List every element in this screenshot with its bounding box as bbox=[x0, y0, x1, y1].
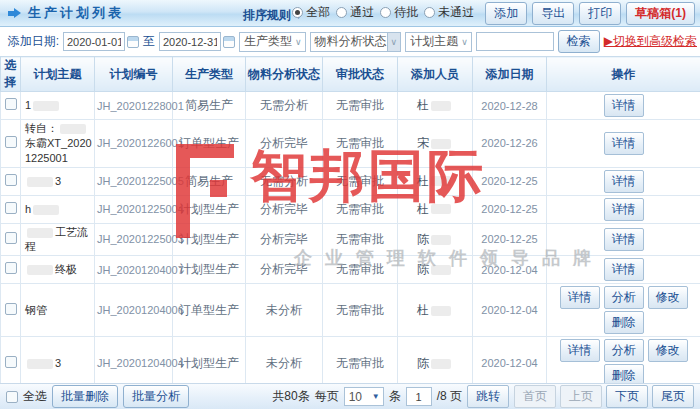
plan-number-cell: JH_20201225005 bbox=[95, 167, 173, 195]
next-page-button[interactable]: 下页 bbox=[606, 385, 648, 408]
row-checkbox[interactable] bbox=[5, 262, 17, 274]
material-status-cell: 未分析 bbox=[246, 284, 323, 337]
page-nav-buttons: 首页上页下页尾页 bbox=[514, 385, 694, 408]
detail-button[interactable]: 详情 bbox=[604, 228, 644, 251]
row-checkbox[interactable] bbox=[5, 356, 17, 368]
detail-button[interactable]: 详情 bbox=[604, 170, 644, 193]
footer-bar: 全选 批量删除批量分析 共80条 每页 10 ▼ 条 /8 页 跳转 首页上页下… bbox=[0, 383, 700, 409]
detail-button[interactable]: 详情 bbox=[560, 339, 600, 362]
date-to-input[interactable] bbox=[159, 32, 221, 51]
detail-button[interactable]: 详情 bbox=[604, 94, 644, 117]
draft-box-button[interactable]: 草稿箱(1) bbox=[626, 2, 695, 25]
add-button[interactable]: 添加 bbox=[485, 2, 527, 25]
actions-cell: 详情 bbox=[547, 195, 700, 223]
radio-approved[interactable]: 通过 bbox=[336, 4, 374, 21]
delete-button[interactable]: 删除 bbox=[604, 311, 644, 334]
column-header: 选择 bbox=[1, 57, 21, 92]
plan-subject-cell: 1 bbox=[21, 92, 95, 120]
plan-number-cell: JH_20201225003 bbox=[95, 223, 173, 256]
radio-rejected[interactable]: 未通过 bbox=[424, 4, 474, 21]
column-header: 计划主题 bbox=[21, 57, 95, 92]
row-checkbox[interactable] bbox=[5, 174, 17, 186]
actions-cell: 详情 bbox=[547, 223, 700, 256]
jump-button[interactable]: 跳转 bbox=[467, 385, 509, 408]
detail-button[interactable]: 详情 bbox=[604, 258, 644, 281]
row-checkbox[interactable] bbox=[5, 136, 17, 148]
approval-status-cell: 无需审批 bbox=[323, 167, 398, 195]
production-type-select[interactable]: 生产类型∨ bbox=[239, 32, 306, 52]
column-header: 操作 bbox=[547, 57, 700, 92]
redacted-text bbox=[431, 359, 451, 369]
plan-subject-select[interactable]: 计划主题∨ bbox=[405, 32, 472, 52]
material-status-cell: 分析完毕 bbox=[246, 256, 323, 284]
redacted-text bbox=[33, 101, 59, 111]
analyze-button[interactable]: 分析 bbox=[604, 286, 644, 309]
table-row: 3JH_20201225005简易生产无需分析无需审批杜2020-12-25详情 bbox=[1, 167, 700, 195]
redacted-text bbox=[33, 205, 59, 215]
top-buttons: 添加导出打印 bbox=[485, 2, 621, 25]
arrow-right-icon bbox=[8, 8, 21, 18]
plan-number-cell: JH_20201204007 bbox=[95, 256, 173, 284]
per-page-select[interactable]: 10 ▼ bbox=[344, 387, 384, 406]
table-row: 1JH_20201228001简易生产无需分析无需审批杜2020-12-28详情 bbox=[1, 92, 700, 120]
plan-subject-cell: 工艺流程 bbox=[21, 223, 95, 256]
row-checkbox[interactable] bbox=[5, 232, 17, 244]
radio-pending[interactable]: 待批 bbox=[380, 4, 418, 21]
select-cell bbox=[1, 337, 21, 390]
page-total-text: /8 页 bbox=[437, 388, 462, 405]
detail-button[interactable]: 详情 bbox=[560, 286, 600, 309]
prev-page-button[interactable]: 上页 bbox=[560, 385, 602, 408]
material-status-cell: 无需分析 bbox=[246, 167, 323, 195]
date-from-input[interactable] bbox=[63, 32, 125, 51]
plan-subject-cell: 3 bbox=[21, 337, 95, 390]
page-number-input[interactable] bbox=[406, 387, 432, 406]
actions-cell: 详情 bbox=[547, 256, 700, 284]
select-all-checkbox[interactable] bbox=[6, 391, 18, 403]
sort-rules-label: 排序规则 bbox=[243, 8, 291, 22]
batch-delete-button[interactable]: 批量删除 bbox=[52, 385, 118, 408]
modify-button[interactable]: 修改 bbox=[648, 286, 688, 309]
material-analysis-status-select[interactable]: 物料分析状态∨ bbox=[310, 32, 402, 52]
filter-selects: 生产类型∨物料分析状态∨计划主题∨ bbox=[239, 32, 472, 52]
calendar-icon[interactable] bbox=[223, 36, 235, 48]
redacted-text bbox=[431, 306, 451, 316]
plan-number-cell: JH_20201204004 bbox=[95, 337, 173, 390]
select-cell bbox=[1, 223, 21, 256]
redacted-text bbox=[431, 204, 451, 214]
first-page-button[interactable]: 首页 bbox=[514, 385, 556, 408]
calendar-icon[interactable] bbox=[127, 36, 139, 48]
redacted-text bbox=[60, 124, 86, 134]
print-button[interactable]: 打印 bbox=[579, 2, 621, 25]
batch-analyze-button[interactable]: 批量分析 bbox=[123, 385, 189, 408]
select-cell bbox=[1, 284, 21, 337]
row-checkbox[interactable] bbox=[5, 303, 17, 315]
table-row: 3JH_20201204004计划型生产未分析无需审批陈2020-12-04详情… bbox=[1, 337, 700, 390]
modify-button[interactable]: 修改 bbox=[648, 339, 688, 362]
row-checkbox[interactable] bbox=[5, 202, 17, 214]
approval-status-cell: 无需审批 bbox=[323, 92, 398, 120]
advanced-search-link[interactable]: ▶切换到高级检索 bbox=[604, 33, 697, 50]
radio-label: 未通过 bbox=[438, 4, 474, 21]
status-radio-group: 全部通过待批未通过 bbox=[292, 4, 480, 22]
added-person-cell: 陈 bbox=[398, 337, 473, 390]
material-status-cell: 分析完毕 bbox=[246, 120, 323, 168]
analyze-button[interactable]: 分析 bbox=[604, 339, 644, 362]
redacted-text bbox=[431, 235, 451, 245]
material-status-cell: 无需分析 bbox=[246, 92, 323, 120]
chevron-down-icon: ∨ bbox=[292, 33, 305, 51]
radio-icon bbox=[336, 7, 347, 18]
per-page-unit: 条 bbox=[389, 388, 401, 405]
last-page-button[interactable]: 尾页 bbox=[652, 385, 694, 408]
detail-button[interactable]: 详情 bbox=[604, 132, 644, 155]
chevron-down-icon: ▼ bbox=[369, 388, 383, 405]
redacted-text bbox=[27, 177, 53, 187]
row-checkbox[interactable] bbox=[5, 98, 17, 110]
per-page-label: 每页 bbox=[315, 388, 339, 405]
approval-status-cell: 无需审批 bbox=[323, 120, 398, 168]
export-button[interactable]: 导出 bbox=[532, 2, 574, 25]
detail-button[interactable]: 详情 bbox=[604, 198, 644, 221]
search-button[interactable]: 检索 bbox=[558, 30, 600, 53]
per-page-value: 10 bbox=[349, 390, 362, 404]
total-count-text: 共80条 bbox=[272, 388, 309, 405]
keyword-input[interactable] bbox=[476, 32, 554, 51]
